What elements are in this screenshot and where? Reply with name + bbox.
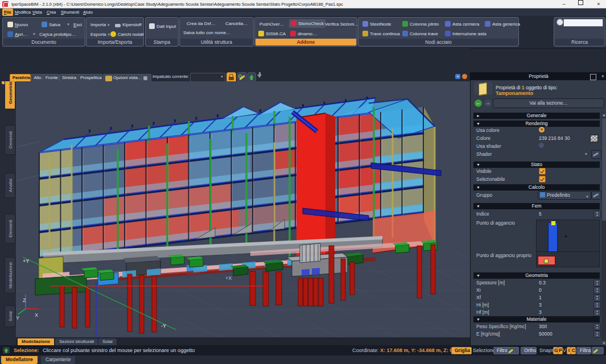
svg-text:-Y: -Y bbox=[161, 323, 166, 329]
svg-text:X: X bbox=[35, 312, 38, 318]
svg-text:+X: +X bbox=[225, 275, 232, 281]
svg-text:Z: Z bbox=[23, 297, 26, 303]
svg-text:Y: Y bbox=[16, 315, 19, 321]
svg-text:+Y: +Y bbox=[23, 258, 29, 264]
